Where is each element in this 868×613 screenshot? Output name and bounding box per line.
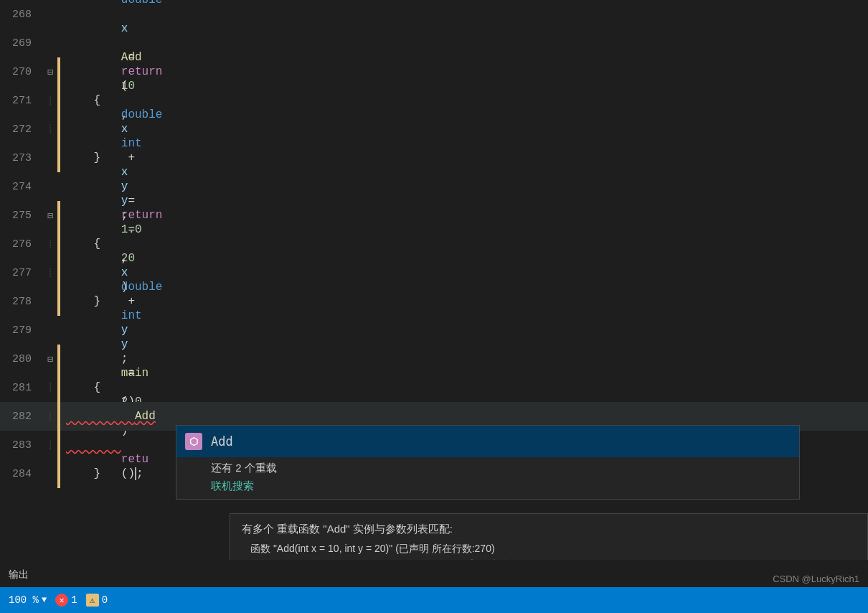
keyword-return-277: return: [121, 209, 163, 222]
status-zoom[interactable]: 100 % ▼: [9, 594, 47, 606]
tooltip-line-2: 函数 "Add(double x = (1.0), double y = (2.…: [242, 556, 856, 560]
line-number-270: 270: [0, 66, 43, 78]
error-icon: ✕: [55, 594, 68, 607]
status-warning[interactable]: ⚠ 0: [86, 594, 108, 607]
online-search-link[interactable]: 联机搜索: [176, 477, 799, 499]
fold-indicator-283: ┊: [43, 440, 57, 451]
overloads-text: 还有 2 个重载: [176, 457, 799, 477]
tooltip-box: 有多个 重载函数 "Add" 实例与参数列表匹配: 函数 "Add(int x …: [230, 513, 868, 560]
fold-indicator-277: ┊: [43, 268, 57, 279]
line-number-273: 273: [0, 152, 43, 164]
line-number-282: 282: [0, 411, 43, 423]
line-number-279: 279: [0, 324, 43, 337]
autocomplete-label-add: Add: [211, 434, 233, 449]
fold-indicator-282: ┊: [43, 411, 57, 422]
autocomplete-popup[interactable]: ⬡ Add 还有 2 个重载 联机搜索: [176, 425, 800, 500]
autocomplete-item-add[interactable]: ⬡ Add: [176, 426, 799, 457]
line-number-278: 278: [0, 296, 43, 308]
line-number-276: 276: [0, 238, 43, 251]
keyword-double2-275: double: [121, 108, 163, 121]
line-number-271: 271: [0, 95, 43, 107]
line-number-269: 269: [0, 37, 43, 50]
line-number-275: 275: [0, 210, 43, 222]
output-label: 输出: [0, 566, 37, 584]
warning-count: 0: [102, 594, 108, 606]
line-number-281: 281: [0, 382, 43, 394]
line-number-283: 283: [0, 439, 43, 451]
fold-indicator-272: ┊: [43, 124, 57, 135]
autocomplete-icon-add: ⬡: [185, 433, 202, 450]
tooltip-line-1: 函数 "Add(int x = 10, int y = 20)" (已声明 所在…: [242, 541, 856, 556]
tooltip-title: 有多个 重载函数 "Add" 实例与参数列表匹配:: [242, 523, 856, 536]
fold-indicator-280[interactable]: ⊟: [43, 353, 57, 365]
line-number-284: 284: [0, 468, 43, 480]
line-number-280: 280: [0, 353, 43, 365]
code-lines: 268 269 270 ⊟ int Add ( int x: [0, 0, 868, 488]
zoom-dropdown-icon[interactable]: ▼: [42, 595, 47, 605]
fold-indicator-275[interactable]: ⊟: [43, 210, 57, 222]
editor-area: 268 269 270 ⊟ int Add ( int x: [0, 0, 868, 560]
zoom-level: 100 %: [9, 594, 39, 606]
funcname-add-275: Add: [121, 51, 142, 64]
status-bar: 100 % ▼ ✕ 1 ⚠ 0: [0, 587, 868, 613]
keyword-double-275: double: [121, 0, 163, 6]
line-number-274: 274: [0, 181, 43, 193]
fold-indicator-270[interactable]: ⊟: [43, 66, 57, 78]
fold-indicator-276: ┊: [43, 239, 57, 250]
line-content-284: }: [60, 459, 100, 488]
fold-indicator-271: ┊: [43, 95, 57, 106]
warning-icon: ⚠: [86, 594, 99, 607]
fold-indicator-281: ┊: [43, 383, 57, 393]
watermark: CSDN @LuckyRich1: [773, 574, 859, 584]
status-error[interactable]: ✕ 1: [55, 594, 77, 607]
line-number-268: 268: [0, 9, 43, 21]
error-count: 1: [71, 594, 77, 606]
line-number-272: 272: [0, 123, 43, 136]
line-number-277: 277: [0, 267, 43, 279]
